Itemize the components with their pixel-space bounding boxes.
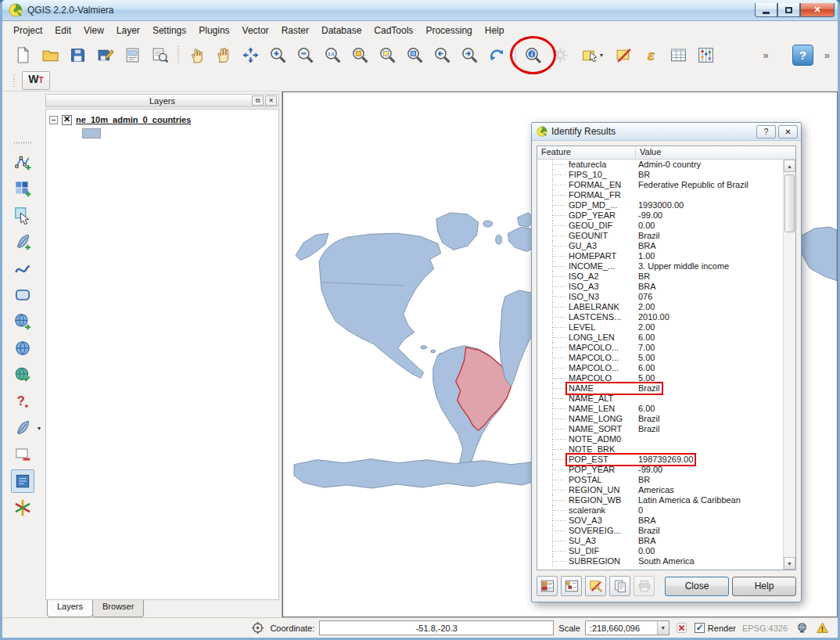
form-view-button[interactable] xyxy=(537,576,558,596)
raster-pixels-tool-button[interactable] xyxy=(11,177,34,200)
identify-row-NAME_LEN[interactable]: NAME_LEN6.00 xyxy=(537,404,783,414)
add-globe-layer-tool-button[interactable] xyxy=(11,310,34,333)
globe-tool-button[interactable] xyxy=(11,336,34,360)
composer-manager-button[interactable] xyxy=(147,43,173,67)
identify-row-LEVEL[interactable]: LEVEL2.00 xyxy=(537,322,783,333)
identify-row-featurecla[interactable]: featureclaAdmin-0 country xyxy=(537,160,783,170)
identify-row-NAME_SORT[interactable]: NAME_SORTBrazil xyxy=(537,424,783,434)
menu-item-database[interactable]: Database xyxy=(315,22,368,39)
titlebar[interactable]: QGIS 2.2.0-Valmiera ✕ xyxy=(2,0,838,21)
annotation-tool-button[interactable]: ▾ xyxy=(11,416,34,440)
tab-browser[interactable]: Browser xyxy=(92,600,144,617)
new-print-composer-button[interactable] xyxy=(120,43,145,67)
identify-row-POSTAL[interactable]: POSTALBR xyxy=(537,475,783,485)
identify-results-dialog[interactable]: Identify Results ? ✕ Feature Value featu… xyxy=(531,122,802,602)
remove-annotation-tool-button[interactable] xyxy=(11,443,34,466)
menu-item-view[interactable]: View xyxy=(77,22,110,39)
run-feature-action-button[interactable] xyxy=(547,43,573,67)
menu-item-layer[interactable]: Layer xyxy=(110,22,146,39)
menu-item-project[interactable]: Project xyxy=(7,22,48,39)
identify-row-NAME_ALT[interactable]: NAME_ALT xyxy=(537,394,783,404)
field-calculator-button[interactable] xyxy=(693,43,719,67)
combo-arrow-icon[interactable]: ▼ xyxy=(657,621,669,635)
layer-visibility-checkbox[interactable] xyxy=(62,115,72,125)
identify-row-SUBREGION[interactable]: SUBREGIONSouth America xyxy=(537,556,783,566)
toolbar-overflow-icon-2[interactable]: » xyxy=(824,49,830,61)
save-project-as-button[interactable] xyxy=(92,43,118,67)
stop-render-icon[interactable] xyxy=(674,620,690,636)
layer-item[interactable]: ne_10m_admin_0_countries xyxy=(49,113,275,127)
identify-row-GDP_MD_[interactable]: GDP_MD_...1993000.00 xyxy=(537,200,783,210)
identify-row-NAME[interactable]: NAMEBrazil xyxy=(537,383,783,394)
identify-row-ISO_A2[interactable]: ISO_A2BR xyxy=(537,271,783,282)
render-checkbox[interactable]: Render xyxy=(695,623,736,633)
map-tips-tool-button[interactable] xyxy=(11,469,34,493)
caribbean-island[interactable] xyxy=(421,346,427,349)
node-tool-button[interactable] xyxy=(11,150,34,174)
tab-layers[interactable]: Layers xyxy=(47,600,93,617)
scale-combobox[interactable]: :218,660,096 ▼ xyxy=(585,620,669,635)
menu-item-vector[interactable]: Vector xyxy=(236,22,275,39)
identify-row-FORMAL_EN[interactable]: FORMAL_ENFederative Republic of Brazil xyxy=(537,180,783,190)
identify-row-MAPCOLO[interactable]: MAPCOLO...5.00 xyxy=(537,353,783,363)
identify-row-ISO_N3[interactable]: ISO_N3076 xyxy=(537,292,783,302)
identify-row-GEOUNIT[interactable]: GEOUNITBrazil xyxy=(537,231,783,241)
layer-name[interactable]: ne_10m_admin_0_countries xyxy=(76,115,191,124)
deselect-features-button[interactable] xyxy=(611,43,637,67)
scroll-down-icon[interactable]: ▼ xyxy=(784,557,795,570)
greenland-shape[interactable] xyxy=(436,213,479,250)
whats-this-tool-button[interactable]: ? xyxy=(11,390,34,413)
coordinate-input[interactable]: -51.8,-20.3 xyxy=(319,620,554,635)
scroll-up-icon[interactable]: ▲ xyxy=(784,160,795,172)
identify-row-GU_A3[interactable]: GU_A3BRA xyxy=(537,241,783,251)
identify-row-HOMEPART[interactable]: HOMEPART1.00 xyxy=(537,251,783,261)
identify-row-MAPCOLO[interactable]: MAPCOLO5.00 xyxy=(537,373,783,383)
identify-features-button[interactable]: i xyxy=(520,43,546,67)
print-response-button[interactable] xyxy=(634,576,655,596)
crs-status-icon[interactable] xyxy=(794,620,809,636)
tree-view-button[interactable] xyxy=(561,576,582,596)
pan-map-button[interactable] xyxy=(210,43,236,67)
identify-row-REGION_WB[interactable]: REGION_WBLatin America & Caribbean xyxy=(537,495,783,505)
copy-feature-button[interactable] xyxy=(609,576,630,596)
clear-results-button[interactable] xyxy=(585,576,606,596)
close-dialog-button[interactable]: Close xyxy=(665,577,729,596)
dropdown-arrow-icon[interactable]: ▾ xyxy=(600,52,603,59)
identify-row-POP_EST[interactable]: POP_EST198739269.00 xyxy=(537,455,783,465)
menu-item-help[interactable]: Help xyxy=(479,22,511,39)
menu-item-plugins[interactable]: Plugins xyxy=(192,22,235,39)
identify-row-FORMAL_FR[interactable]: FORMAL_FR xyxy=(537,190,783,200)
pan-to-selection-button[interactable] xyxy=(238,43,264,67)
identify-row-POP_YEAR[interactable]: POP_YEAR-99.00 xyxy=(537,465,783,475)
zoom-next-button[interactable] xyxy=(457,43,483,67)
column-value[interactable]: Value xyxy=(636,146,795,159)
open-attribute-table-button[interactable] xyxy=(666,43,691,67)
north-america-shape[interactable] xyxy=(319,233,441,378)
select-features-button[interactable]: ▾ xyxy=(575,43,609,67)
dialog-titlebar[interactable]: Identify Results ? ✕ xyxy=(532,123,801,141)
identify-row-SU_DIF[interactable]: SU_DIF0.00 xyxy=(537,546,783,556)
save-project-button[interactable] xyxy=(65,43,91,67)
menu-item-raster[interactable]: Raster xyxy=(275,22,315,39)
identify-row-NOTE_ADM0[interactable]: NOTE_ADM0 xyxy=(537,434,783,444)
tree-collapse-icon[interactable] xyxy=(49,116,58,124)
panel-float-icon[interactable]: ⧉ xyxy=(252,95,264,106)
iceland-shape[interactable] xyxy=(483,221,493,227)
dropdown-arrow-icon[interactable]: ▾ xyxy=(38,425,41,432)
decorations-tool-button[interactable] xyxy=(11,496,34,520)
identify-row-NAME_LONG[interactable]: NAME_LONGBrazil xyxy=(537,414,783,424)
scrollbar-thumb[interactable] xyxy=(784,174,795,232)
identify-row-LABELRANK[interactable]: LABELRANK2.00 xyxy=(537,302,783,312)
menu-item-cadtools[interactable]: CadTools xyxy=(368,22,419,39)
spline-tool-button[interactable] xyxy=(11,257,34,280)
open-project-button[interactable] xyxy=(38,43,63,67)
layers-panel-header[interactable]: Layers ⧉ ✕ xyxy=(45,94,279,107)
zoom-full-extent-button[interactable] xyxy=(347,43,373,67)
add-feature-tool-button[interactable] xyxy=(11,230,34,253)
extent-tracker-icon[interactable] xyxy=(249,620,265,636)
caribbean-island[interactable] xyxy=(431,350,436,353)
zoom-out-button[interactable] xyxy=(293,43,318,67)
new-project-button[interactable] xyxy=(10,43,36,67)
identify-row-NOTE_BRK[interactable]: NOTE_BRK xyxy=(537,444,783,455)
table-header[interactable]: Feature Value xyxy=(537,146,795,160)
